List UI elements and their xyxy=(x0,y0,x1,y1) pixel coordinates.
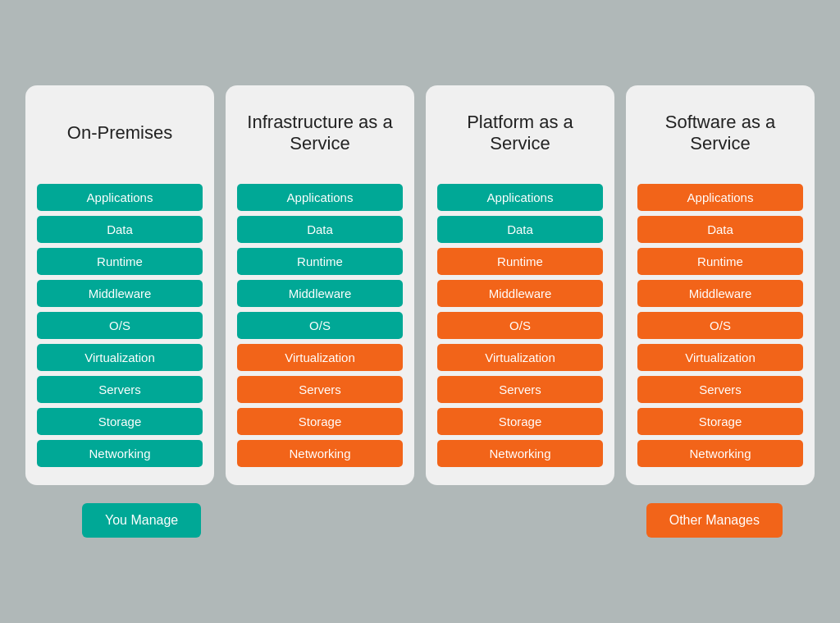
item-badge-storage-on-premises: Storage xyxy=(37,408,203,435)
main-container: On-PremisesApplicationsDataRuntimeMiddle… xyxy=(8,85,832,538)
columns-row: On-PremisesApplicationsDataRuntimeMiddle… xyxy=(8,85,832,485)
item-badge-o/s-on-premises: O/S xyxy=(37,312,203,339)
you-manage-badge: You Manage xyxy=(82,503,201,538)
item-badge-runtime-infrastructure-as-a-service: Runtime xyxy=(237,248,403,275)
other-manages-badge: Other Manages xyxy=(646,503,783,538)
items-list-infrastructure-as-a-service: ApplicationsDataRuntimeMiddlewareO/SVirt… xyxy=(237,184,403,467)
item-badge-applications-infrastructure-as-a-service: Applications xyxy=(237,184,403,211)
column-software-as-a-service: Software as a ServiceApplicationsDataRun… xyxy=(626,85,815,485)
item-badge-networking-infrastructure-as-a-service: Networking xyxy=(237,440,403,467)
item-badge-virtualization-on-premises: Virtualization xyxy=(37,344,203,371)
item-badge-storage-platform-as-a-service: Storage xyxy=(437,408,603,435)
item-badge-networking-software-as-a-service: Networking xyxy=(637,440,803,467)
item-badge-networking-on-premises: Networking xyxy=(37,440,203,467)
column-title-platform-as-a-service: Platform as a Service xyxy=(437,100,603,166)
column-on-premises: On-PremisesApplicationsDataRuntimeMiddle… xyxy=(25,85,214,485)
column-infrastructure-as-a-service: Infrastructure as a ServiceApplicationsD… xyxy=(226,85,414,485)
column-title-on-premises: On-Premises xyxy=(67,100,172,166)
column-platform-as-a-service: Platform as a ServiceApplicationsDataRun… xyxy=(426,85,614,485)
item-badge-o/s-infrastructure-as-a-service: O/S xyxy=(237,312,403,339)
legend-row: You Manage Other Manages xyxy=(8,503,832,538)
item-badge-o/s-platform-as-a-service: O/S xyxy=(437,312,603,339)
item-badge-data-platform-as-a-service: Data xyxy=(437,216,603,243)
item-badge-runtime-on-premises: Runtime xyxy=(37,248,203,275)
item-badge-networking-platform-as-a-service: Networking xyxy=(437,440,603,467)
item-badge-servers-software-as-a-service: Servers xyxy=(637,376,803,403)
item-badge-data-software-as-a-service: Data xyxy=(637,216,803,243)
item-badge-runtime-platform-as-a-service: Runtime xyxy=(437,248,603,275)
item-badge-applications-software-as-a-service: Applications xyxy=(637,184,803,211)
item-badge-o/s-software-as-a-service: O/S xyxy=(637,312,803,339)
item-badge-middleware-on-premises: Middleware xyxy=(37,280,203,307)
item-badge-servers-on-premises: Servers xyxy=(37,376,203,403)
item-badge-virtualization-software-as-a-service: Virtualization xyxy=(637,344,803,371)
items-list-platform-as-a-service: ApplicationsDataRuntimeMiddlewareO/SVirt… xyxy=(437,184,603,467)
item-badge-servers-infrastructure-as-a-service: Servers xyxy=(237,376,403,403)
item-badge-storage-infrastructure-as-a-service: Storage xyxy=(237,408,403,435)
item-badge-applications-platform-as-a-service: Applications xyxy=(437,184,603,211)
item-badge-virtualization-infrastructure-as-a-service: Virtualization xyxy=(237,344,403,371)
item-badge-applications-on-premises: Applications xyxy=(37,184,203,211)
item-badge-middleware-infrastructure-as-a-service: Middleware xyxy=(237,280,403,307)
items-list-on-premises: ApplicationsDataRuntimeMiddlewareO/SVirt… xyxy=(37,184,203,467)
column-title-infrastructure-as-a-service: Infrastructure as a Service xyxy=(237,100,403,166)
item-badge-middleware-software-as-a-service: Middleware xyxy=(637,280,803,307)
item-badge-virtualization-platform-as-a-service: Virtualization xyxy=(437,344,603,371)
column-title-software-as-a-service: Software as a Service xyxy=(637,100,803,166)
items-list-software-as-a-service: ApplicationsDataRuntimeMiddlewareO/SVirt… xyxy=(637,184,803,467)
item-badge-storage-software-as-a-service: Storage xyxy=(637,408,803,435)
item-badge-middleware-platform-as-a-service: Middleware xyxy=(437,280,603,307)
item-badge-runtime-software-as-a-service: Runtime xyxy=(637,248,803,275)
item-badge-data-on-premises: Data xyxy=(37,216,203,243)
item-badge-data-infrastructure-as-a-service: Data xyxy=(237,216,403,243)
item-badge-servers-platform-as-a-service: Servers xyxy=(437,376,603,403)
